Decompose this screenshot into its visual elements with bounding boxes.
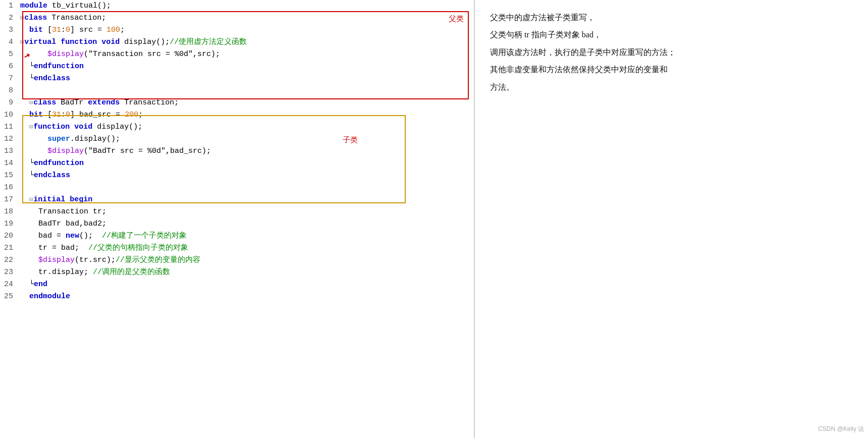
table-row: 25 endmodule: [0, 291, 474, 303]
table-row: 3 bit [31:0] src = 100;: [0, 24, 474, 36]
line-content: BadTr bad,bad2;: [18, 218, 474, 230]
line-number: 23: [0, 266, 18, 279]
line-content: ⊟class BadTr extends Transaction;: [18, 97, 474, 109]
line-number: 20: [0, 230, 18, 242]
child-class-label: 子类: [343, 135, 358, 145]
line-number: 25: [0, 291, 18, 303]
line-content: └endfunction: [18, 61, 474, 73]
line-content: ⊟class Transaction;: [18, 12, 474, 24]
line-number: 9: [0, 97, 18, 109]
watermark: CSDN @Kelly 说: [818, 423, 864, 435]
code-table: 1 module tb_virtual(); 2 ⊟class Transact…: [0, 0, 474, 303]
line-number: 7: [0, 73, 18, 85]
line-number: 24: [0, 279, 18, 291]
line-number: 15: [0, 170, 18, 182]
line-content: └end: [18, 279, 474, 291]
table-row: 8: [0, 85, 474, 97]
line-number: 21: [0, 242, 18, 254]
line-content: Transaction tr;: [18, 206, 474, 218]
explanation-line-1: 父类中的虚方法被子类重写，: [490, 10, 853, 25]
table-row: 4 ⊟virtual function void display();//使用虚…: [0, 36, 474, 48]
line-content: ⊟function void display();: [18, 121, 474, 133]
line-number: 10: [0, 109, 18, 121]
line-content: └endclass: [18, 73, 474, 85]
line-number: 12: [0, 133, 18, 145]
line-number: 5: [0, 48, 18, 61]
table-row: 14 └endfunction: [0, 157, 474, 170]
table-row: 23 tr.display; //调用的是父类的函数: [0, 266, 474, 279]
line-number: 19: [0, 218, 18, 230]
table-row: 6 └endfunction: [0, 61, 474, 73]
line-content: $display("BadTr src = %0d",bad_src);: [18, 145, 474, 157]
line-content: └endclass: [18, 170, 474, 182]
table-row: 2 ⊟class Transaction;: [0, 12, 474, 24]
line-content: tr.display; //调用的是父类的函数: [18, 266, 474, 279]
line-number: 4: [0, 36, 18, 48]
line-number: 18: [0, 206, 18, 218]
table-row: 22 $display(tr.src);//显示父类的变量的内容: [0, 254, 474, 266]
table-row: 21 tr = bad; //父类的句柄指向子类的对象: [0, 242, 474, 254]
line-content: module tb_virtual();: [18, 0, 474, 12]
line-content: ⊟virtual function void display();//使用虚方法…: [18, 36, 474, 48]
explanation-line-4: 其他非虚变量和方法依然保持父类中对应的变量和: [490, 62, 853, 77]
line-content: [18, 182, 474, 194]
line-number: 14: [0, 157, 18, 170]
line-content: [18, 85, 474, 97]
text-panel: 父类中的虚方法被子类重写， 父类句柄 tr 指向子类对象 bad， 调用该虚方法…: [474, 0, 868, 438]
table-row: 18 Transaction tr;: [0, 206, 474, 218]
line-number: 8: [0, 85, 18, 97]
explanation-line-3: 调用该虚方法时，执行的是子类中对应重写的方法；: [490, 45, 853, 60]
line-number: 1: [0, 0, 18, 12]
table-row: 17 ⊟initial begin: [0, 194, 474, 206]
line-number: 16: [0, 182, 18, 194]
table-row: 13 $display("BadTr src = %0d",bad_src);: [0, 145, 474, 157]
table-row: 9 ⊟class BadTr extends Transaction;: [0, 97, 474, 109]
line-number: 11: [0, 121, 18, 133]
code-panel: 父类 子类 1 module tb_virtual(); 2 ⊟class Tr…: [0, 0, 474, 438]
table-row: 1 module tb_virtual();: [0, 0, 474, 12]
table-row: 16: [0, 182, 474, 194]
line-number: 6: [0, 61, 18, 73]
line-content: bit [31:0] bad_src = 200;: [18, 109, 474, 121]
line-content: super.display();: [18, 133, 474, 145]
line-number: 17: [0, 194, 18, 206]
line-content: └endfunction: [18, 157, 474, 170]
line-content: bad = new(); //构建了一个子类的对象: [18, 230, 474, 242]
line-content: $display(tr.src);//显示父类的变量的内容: [18, 254, 474, 266]
line-number: 13: [0, 145, 18, 157]
table-row: 11 ⊟function void display();: [0, 121, 474, 133]
explanation-line-5: 方法。: [490, 80, 853, 95]
parent-class-label: 父类: [449, 14, 464, 24]
line-number: 22: [0, 254, 18, 266]
line-content: ⊟initial begin: [18, 194, 474, 206]
table-row: 7 └endclass: [0, 73, 474, 85]
line-content: $display("Transaction src = %0d",src);: [18, 48, 474, 61]
line-content: endmodule: [18, 291, 474, 303]
line-number: 2: [0, 12, 18, 24]
line-content: bit [31:0] src = 100;: [18, 24, 474, 36]
table-row: 5 $display("Transaction src = %0d",src);: [0, 48, 474, 61]
line-number: 3: [0, 24, 18, 36]
table-row: 10 bit [31:0] bad_src = 200;: [0, 109, 474, 121]
table-row: 12 super.display();: [0, 133, 474, 145]
table-row: 15 └endclass: [0, 170, 474, 182]
table-row: 20 bad = new(); //构建了一个子类的对象: [0, 230, 474, 242]
table-row: 19 BadTr bad,bad2;: [0, 218, 474, 230]
table-row: 24 └end: [0, 279, 474, 291]
line-content: tr = bad; //父类的句柄指向子类的对象: [18, 242, 474, 254]
explanation-line-2: 父类句柄 tr 指向子类对象 bad，: [490, 27, 853, 42]
